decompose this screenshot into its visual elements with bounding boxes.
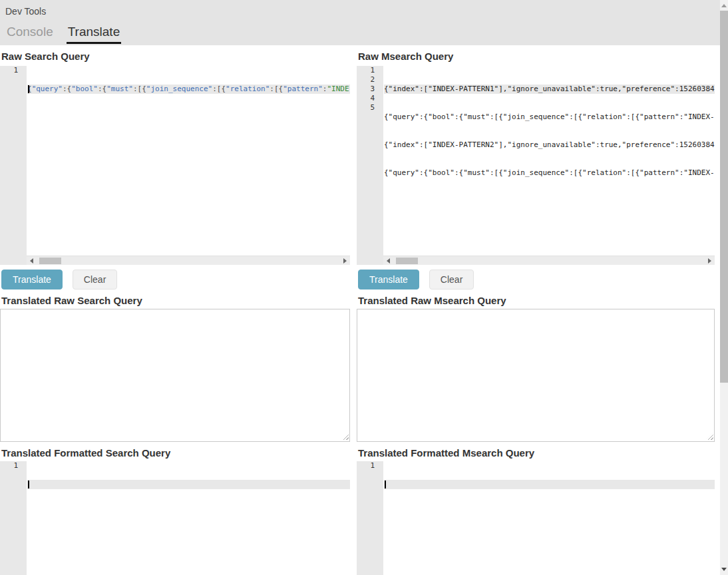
translated-formatted-msearch-editor[interactable]: 1 xyxy=(357,461,715,575)
header: Dev Tools Console Translate xyxy=(0,0,720,45)
translated-raw-msearch-textarea[interactable] xyxy=(357,309,715,442)
raw-search-query-editor[interactable]: 1 {"query":{"bool":{"must":[{"join_seque… xyxy=(0,66,350,265)
code-token: :[{ xyxy=(270,85,283,93)
text-cursor xyxy=(28,480,29,488)
scroll-right-arrow-icon[interactable] xyxy=(708,258,711,264)
line-number-gutter: 1 2 3 4 5 xyxy=(357,66,383,265)
clear-button[interactable]: Clear xyxy=(429,270,474,289)
editor-content[interactable]: {"index":["INDEX-PATTERN1"],"ignore_unav… xyxy=(383,66,715,265)
text-cursor xyxy=(385,480,386,488)
code-line[interactable]: {"query":{"bool":{"must":[{"join_sequenc… xyxy=(27,85,350,94)
translated-raw-search-wrap xyxy=(0,309,350,442)
line-number-gutter: 1 xyxy=(357,461,383,575)
line-number: 3 xyxy=(357,85,375,94)
horizontal-scrollbar[interactable] xyxy=(27,256,350,265)
scrollbar-thumb[interactable] xyxy=(39,258,61,264)
scroll-right-arrow-icon[interactable] xyxy=(343,258,347,264)
code-line[interactable]: {"index":["INDEX-PATTERN1"],"ignore_unav… xyxy=(384,85,715,94)
line-number: 1 xyxy=(0,66,18,75)
page-scrollbar-thumb[interactable] xyxy=(720,11,728,383)
translated-raw-search-heading: Translated Raw Search Query xyxy=(1,295,350,306)
code-token: "must" xyxy=(106,85,133,93)
code-token: "query" xyxy=(32,85,63,93)
translated-raw-msearch-heading: Translated Raw Msearch Query xyxy=(358,295,715,306)
code-line[interactable] xyxy=(384,480,715,489)
dev-tools-page: Dev Tools Console Translate Raw Search Q… xyxy=(0,0,720,575)
translated-raw-msearch-wrap xyxy=(357,309,715,442)
editor-content[interactable]: {"query":{"bool":{"must":[{"join_sequenc… xyxy=(27,66,350,265)
code-token: "pattern" xyxy=(283,85,323,93)
code-token: "relation" xyxy=(226,85,270,93)
search-column: Raw Search Query 1 {"query":{"bool":{"mu… xyxy=(0,45,350,575)
line-number-gutter: 1 xyxy=(0,461,27,575)
translated-raw-search-textarea[interactable] xyxy=(0,309,350,442)
translate-button[interactable]: Translate xyxy=(358,270,419,289)
editor-content[interactable] xyxy=(27,461,350,575)
editor-content[interactable] xyxy=(383,461,715,575)
line-number: 1 xyxy=(357,461,375,471)
msearch-button-row: Translate Clear xyxy=(357,270,715,289)
page-scrollbar[interactable] xyxy=(720,0,728,575)
scroll-up-arrow-icon[interactable] xyxy=(721,4,727,7)
code-token: "bool" xyxy=(71,85,98,93)
line-number: 1 xyxy=(0,461,18,471)
code-token: :{ xyxy=(98,85,106,93)
scroll-left-arrow-icon[interactable] xyxy=(30,258,33,264)
scroll-down-arrow-icon[interactable] xyxy=(721,568,727,571)
code-line[interactable] xyxy=(384,196,715,206)
code-token: "INDE xyxy=(327,85,349,93)
horizontal-scrollbar[interactable] xyxy=(383,256,715,265)
raw-msearch-query-editor[interactable]: 1 2 3 4 5 {"index":["INDEX-PATTERN1"],"i… xyxy=(357,66,715,265)
search-button-row: Translate Clear xyxy=(0,270,350,289)
main-content: Raw Search Query 1 {"query":{"bool":{"mu… xyxy=(0,45,720,575)
scrollbar-thumb[interactable] xyxy=(396,258,418,264)
text-cursor xyxy=(28,85,29,93)
code-line[interactable] xyxy=(27,480,350,489)
clear-button[interactable]: Clear xyxy=(73,270,117,289)
tab-bar: Console Translate xyxy=(5,25,720,44)
raw-search-query-heading: Raw Search Query xyxy=(1,51,350,62)
raw-msearch-query-heading: Raw Msearch Query xyxy=(358,51,715,62)
line-number: 4 xyxy=(357,94,375,103)
code-token: "join_sequence" xyxy=(146,85,212,93)
line-number: 1 xyxy=(357,66,375,75)
code-token: :[{ xyxy=(212,85,226,93)
line-number: 5 xyxy=(357,103,375,112)
code-line[interactable]: {"query":{"bool":{"must":[{"join_sequenc… xyxy=(384,168,715,178)
code-token: :{ xyxy=(63,85,71,93)
scroll-left-arrow-icon[interactable] xyxy=(387,258,390,264)
translate-button[interactable]: Translate xyxy=(1,270,63,289)
translated-formatted-msearch-heading: Translated Formatted Msearch Query xyxy=(358,447,715,459)
tab-console[interactable]: Console xyxy=(5,25,55,44)
line-number: 2 xyxy=(357,75,375,85)
tab-translate[interactable]: Translate xyxy=(67,25,122,44)
translated-formatted-search-editor[interactable]: 1 xyxy=(0,461,350,575)
msearch-column: Raw Msearch Query 1 2 3 4 5 {"index":["I… xyxy=(357,45,715,575)
code-line[interactable]: {"index":["INDEX-PATTERN2"],"ignore_unav… xyxy=(384,140,715,150)
line-number-gutter: 1 xyxy=(0,66,27,265)
app-title: Dev Tools xyxy=(5,6,720,17)
code-token: :[{ xyxy=(133,85,146,93)
translated-formatted-search-heading: Translated Formatted Search Query xyxy=(1,447,350,459)
code-line[interactable]: {"query":{"bool":{"must":[{"join_sequenc… xyxy=(384,112,715,122)
